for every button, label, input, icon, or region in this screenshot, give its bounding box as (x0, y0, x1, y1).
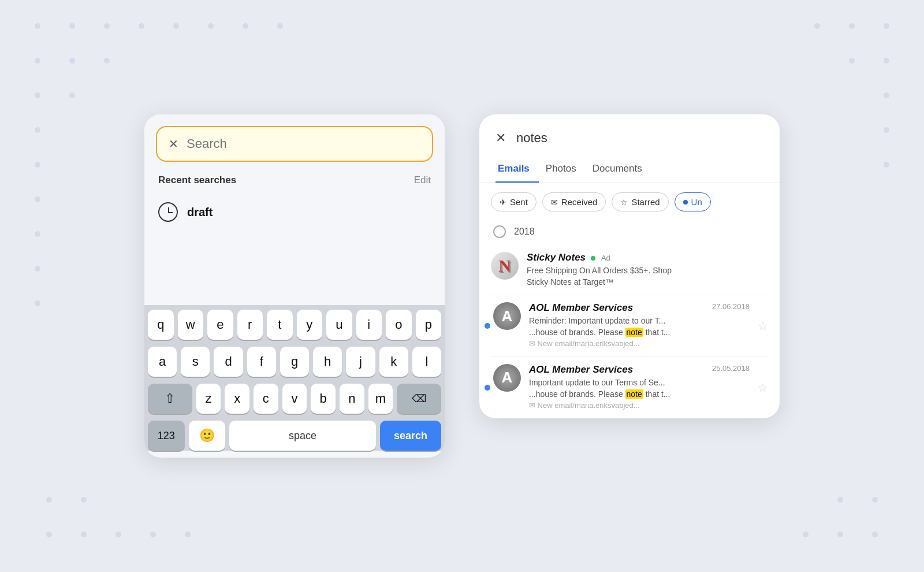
emoji-key[interactable]: 🙂 (189, 421, 226, 451)
search-input-wrapper: ✕ (156, 126, 433, 162)
filter-sent-label: Sent (510, 197, 528, 207)
email-panel: ✕ notes Emails Photos Documents ✈ Sent ✉… (479, 114, 780, 418)
email-item-3[interactable]: A AOL Member Services 25.05.2018 Importa… (479, 357, 780, 418)
filter-received[interactable]: ✉ Received (542, 192, 606, 211)
edit-button[interactable]: Edit (414, 174, 431, 186)
sender-name-2: AOL Member Services (529, 302, 633, 314)
key-r[interactable]: r (237, 310, 263, 340)
filter-unread-label: Un (691, 197, 702, 207)
email-preview-2: Reminder: Important update to our T... .… (529, 315, 750, 350)
recent-header: Recent searches Edit (158, 174, 431, 186)
panels-container: ✕ Recent searches Edit draft q w e r (144, 114, 780, 458)
unread-indicator-2 (485, 323, 490, 329)
key-f[interactable]: f (247, 347, 276, 377)
email-content-1: Sticky Notes Ad Free Shipping On All Ord… (527, 252, 768, 288)
tab-photos[interactable]: Photos (543, 157, 586, 183)
filter-sent[interactable]: ✈ Sent (491, 192, 536, 211)
email-date-3: 25.05.2018 (712, 364, 750, 373)
email-preview-3: Important update to our Terms of Se... .… (529, 377, 750, 411)
key-o[interactable]: o (386, 310, 412, 340)
keyboard-row-1: q w e r t y u i o p (148, 310, 441, 340)
tab-emails[interactable]: Emails (495, 157, 539, 183)
unread-dot-icon (683, 200, 688, 205)
key-z[interactable]: z (196, 384, 221, 414)
star-button-3[interactable]: ☆ (758, 381, 768, 395)
unread-indicator-3 (485, 385, 490, 391)
star-button-2[interactable]: ☆ (758, 319, 768, 333)
keyboard-row-3: ⇧ z x c v b n m ⌫ (148, 384, 441, 414)
key-g[interactable]: g (280, 347, 309, 377)
key-c[interactable]: c (254, 384, 278, 414)
email-item-1[interactable]: N Sticky Notes Ad Free Shipping On All O… (479, 245, 780, 295)
key-v[interactable]: v (282, 384, 307, 414)
email-header-2: AOL Member Services 27.06.2018 (529, 302, 750, 314)
search-area: ✕ (144, 114, 445, 162)
key-t[interactable]: t (267, 310, 293, 340)
star-filter-icon: ☆ (620, 198, 628, 207)
keyboard-row-2: a s d f g h j k l (148, 347, 441, 377)
filter-starred[interactable]: ☆ Starred (612, 192, 668, 211)
highlighted-word-2: note (625, 328, 643, 337)
search-keyboard-panel: ✕ Recent searches Edit draft q w e r (144, 114, 445, 458)
year-label: 2018 (514, 226, 535, 237)
key-m[interactable]: m (368, 384, 393, 414)
keyboard: q w e r t y u i o p a s d f g h j k (144, 305, 445, 451)
email-item-2[interactable]: A AOL Member Services 27.06.2018 Reminde… (479, 295, 780, 356)
recent-item[interactable]: draft (158, 198, 431, 226)
key-k[interactable]: k (379, 347, 408, 377)
key-x[interactable]: x (225, 384, 249, 414)
key-b[interactable]: b (311, 384, 336, 414)
aol-avatar-2: A (493, 364, 521, 392)
close-icon[interactable]: ✕ (495, 131, 506, 146)
key-y[interactable]: y (297, 310, 323, 340)
ad-badge: Ad (601, 254, 610, 262)
tab-documents[interactable]: Documents (590, 157, 651, 183)
filter-row: ✈ Sent ✉ Received ☆ Starred Un (479, 192, 780, 221)
email-header-1: Sticky Notes Ad (527, 252, 768, 263)
aol-avatar-1: A (493, 302, 521, 330)
recent-label: Recent searches (158, 174, 236, 186)
online-dot (591, 256, 595, 261)
search-key[interactable]: search (380, 421, 441, 451)
key-i[interactable]: i (356, 310, 382, 340)
email-header-3: AOL Member Services 25.05.2018 (529, 364, 750, 376)
backspace-key[interactable]: ⌫ (397, 384, 441, 414)
search-input[interactable] (187, 136, 420, 151)
key-l[interactable]: l (412, 347, 441, 377)
clear-icon[interactable]: ✕ (169, 137, 178, 151)
space-key[interactable]: space (229, 421, 376, 451)
tabs-row: Emails Photos Documents (479, 157, 780, 183)
key-j[interactable]: j (346, 347, 375, 377)
email-content-2: AOL Member Services 27.06.2018 Reminder:… (529, 302, 750, 350)
notes-title: notes (516, 131, 547, 146)
key-h[interactable]: h (313, 347, 342, 377)
key-e[interactable]: e (207, 310, 233, 340)
clock-icon (158, 202, 178, 222)
key-d[interactable]: d (214, 347, 243, 377)
folder-hint-2: ✉ New email/maria.eriksvabjed... (529, 339, 640, 348)
keyboard-row-bottom: 123 🙂 space search (148, 421, 441, 451)
sender-name-3: AOL Member Services (529, 364, 633, 376)
key-p[interactable]: p (416, 310, 442, 340)
key-q[interactable]: q (148, 310, 174, 340)
email-date-2: 27.06.2018 (712, 302, 750, 311)
filter-received-label: Received (561, 197, 598, 207)
key-a[interactable]: a (148, 347, 177, 377)
key-u[interactable]: u (326, 310, 352, 340)
key-w[interactable]: w (178, 310, 204, 340)
key-s[interactable]: s (181, 347, 210, 377)
filter-starred-label: Starred (631, 197, 660, 207)
recent-item-text: draft (187, 206, 213, 219)
highlighted-word-3: note (625, 389, 643, 399)
filter-unread[interactable]: Un (675, 192, 711, 211)
sent-icon: ✈ (500, 198, 506, 207)
email-preview-1: Free Shipping On All Orders $35+. Shop S… (527, 265, 768, 288)
shift-key[interactable]: ⇧ (148, 384, 192, 414)
year-radio[interactable] (493, 225, 506, 238)
email-content-3: AOL Member Services 25.05.2018 Important… (529, 364, 750, 411)
notes-header: ✕ notes (479, 131, 780, 157)
recent-searches-area: Recent searches Edit draft (144, 162, 445, 236)
key-n[interactable]: n (340, 384, 364, 414)
num-key[interactable]: 123 (148, 421, 185, 451)
sticky-notes-avatar: N (491, 252, 519, 280)
